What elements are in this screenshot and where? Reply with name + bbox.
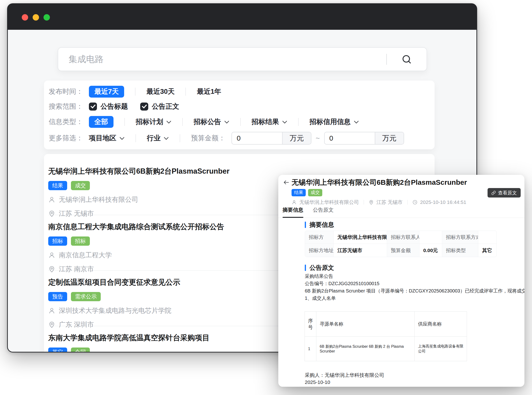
- scope-body-checkbox-item[interactable]: 公告正文: [140, 102, 179, 111]
- section-accent-bar: [305, 265, 306, 271]
- status-badge: 预告: [48, 292, 67, 301]
- tab-original[interactable]: 公告原文: [313, 207, 334, 218]
- summary-section-heading: 摘要信息: [305, 221, 334, 229]
- detail-title: 无锡华润上华科技有限公司6B新购2台PlasmaScrunber: [291, 178, 481, 187]
- announcement-line: 6B 新购2台Plasma Scrunber 项目（寻源单编号：DZCGXY20…: [305, 287, 521, 295]
- filter-publish-time-30days[interactable]: 最近30天: [146, 87, 174, 96]
- zoom-button[interactable]: [44, 14, 50, 21]
- chevron-down-icon: [354, 121, 359, 124]
- status-badge: 结果: [48, 181, 67, 190]
- filter-row-more: 更多筛选： 项目地区 行业 预算金额： 万元 ~: [49, 132, 430, 145]
- map-pin-icon: [48, 321, 55, 328]
- divider: [298, 118, 299, 126]
- status-badge: 招标: [48, 236, 67, 246]
- buyer-line: 采购人：无锡华润上华科技有限公司: [305, 372, 384, 379]
- original-section-heading: 公告原文: [305, 264, 334, 272]
- supplier-table: 序号 寻源单名称 供应商名称 1 6B 新购2台Plasma Scrunber …: [305, 311, 467, 361]
- result-location: 广东 深圳市: [59, 320, 94, 329]
- divider: [124, 118, 125, 126]
- divider: [135, 134, 136, 142]
- column-header: 供应商名称: [415, 312, 467, 337]
- result-location: 江苏 南京市: [59, 265, 94, 274]
- view-original-label: 查看原文: [498, 190, 517, 196]
- divider: [135, 88, 135, 96]
- search-scope-label: 搜索范围：: [49, 102, 89, 111]
- summary-label: 预算金额: [387, 244, 420, 257]
- person-icon: [48, 196, 55, 203]
- back-button[interactable]: [283, 179, 290, 187]
- column-header: 寻源单名称: [316, 312, 415, 337]
- date-line: 2025-10-10: [305, 379, 330, 385]
- filter-panel: 发布时间： 最近7天 最近30天 最近1年 搜索范围： 公告标题 公告正文: [44, 81, 435, 149]
- summary-table: 招标方 无锡华润上华科技有限公司 招标方联系人 招标方联系方式 招标方地址 江苏…: [305, 230, 497, 257]
- table-row: 1 6B 新购2台Plasma Scrunber 6B 新购 2 台 Plasm…: [305, 337, 467, 361]
- info-type-announcement-dropdown[interactable]: 招标公告: [194, 117, 229, 127]
- scope-title-checkbox-item[interactable]: 公告标题: [89, 102, 128, 111]
- filter-row-publish-time: 发布时间： 最近7天 最近30天 最近1年: [49, 86, 430, 98]
- detail-panel: 无锡华润上华科技有限公司6B新购2台PlasmaScrunber 结果 成交 查…: [278, 175, 524, 387]
- budget-min-input[interactable]: [232, 132, 282, 144]
- filter-row-info-type: 信息类型： 全部 招标计划 招标公告 招标结果: [49, 115, 430, 128]
- announcement-line: 公告编号：DZCJGG202510100015: [305, 280, 521, 287]
- search-button[interactable]: [387, 54, 426, 65]
- table-header-row: 序号 寻源单名称 供应商名称: [305, 312, 467, 337]
- search-input[interactable]: [58, 48, 386, 71]
- summary-label: 招标方: [305, 231, 334, 244]
- budget-min-unit: 万元: [282, 132, 311, 144]
- close-button[interactable]: [22, 14, 28, 21]
- info-type-result-dropdown[interactable]: 招标结果: [252, 117, 287, 127]
- summary-value: [420, 231, 442, 244]
- detail-tags: 结果 成交: [291, 189, 322, 196]
- checkbox-checked-icon[interactable]: [89, 103, 97, 110]
- info-type-all[interactable]: 全部: [89, 116, 113, 128]
- scope-body-label: 公告正文: [152, 102, 179, 111]
- status-badge: 成交: [308, 189, 322, 196]
- arrow-left-icon: [283, 179, 290, 186]
- summary-label: 招标方联系方式: [442, 231, 478, 244]
- industry-dropdown[interactable]: 行业: [147, 133, 169, 143]
- person-icon: [48, 307, 55, 314]
- result-location: 江苏 无锡市: [59, 209, 94, 218]
- budget-range-separator: ~: [316, 134, 320, 142]
- more-filters-label: 更多筛选：: [49, 133, 89, 143]
- status-badge: 招标: [71, 236, 90, 246]
- chevron-down-icon: [164, 137, 169, 140]
- divider: [182, 118, 183, 126]
- detail-tab-bar: 摘要信息 公告原文: [278, 203, 524, 218]
- info-type-label: 信息类型：: [49, 117, 89, 127]
- filter-publish-time-7days[interactable]: 最近7天: [89, 86, 124, 98]
- divider: [180, 134, 180, 142]
- window-titlebar[interactable]: [7, 3, 477, 30]
- chevron-down-icon: [166, 121, 171, 124]
- chevron-down-icon: [282, 121, 287, 124]
- checkbox-checked-icon[interactable]: [140, 103, 148, 110]
- info-type-plan-dropdown[interactable]: 招标计划: [136, 117, 171, 127]
- link-icon: [491, 191, 496, 195]
- budget-min-group: 万元: [231, 132, 311, 145]
- tab-summary[interactable]: 摘要信息: [283, 207, 303, 218]
- announcement-line: 采购结果公告: [305, 273, 521, 280]
- summary-value: 无锡华润上华科技有限公司: [334, 231, 387, 244]
- summary-label: 招标类型: [442, 244, 478, 257]
- status-badge: 结果: [291, 189, 306, 196]
- region-dropdown[interactable]: 项目地区: [89, 133, 125, 143]
- status-badge: 成交: [71, 181, 90, 190]
- window-controls: [22, 14, 50, 21]
- summary-label: 招标方联系人: [387, 231, 420, 244]
- map-pin-icon: [48, 266, 55, 273]
- scope-title-label: 公告标题: [101, 102, 128, 111]
- status-badge: 需求公示: [71, 292, 101, 301]
- status-badge: 其它: [48, 347, 67, 352]
- announcement-body: 采购结果公告 公告编号：DZCJGG202510100015 6B 新购2台Pl…: [305, 273, 521, 302]
- summary-value: [478, 231, 497, 244]
- chevron-down-icon: [119, 137, 125, 140]
- info-type-credit-dropdown[interactable]: 招标信用信息: [309, 117, 359, 127]
- column-header: 序号: [305, 312, 316, 337]
- view-original-button[interactable]: 查看原文: [487, 188, 521, 198]
- filter-publish-time-1year[interactable]: 最近1年: [197, 87, 221, 96]
- summary-value: 江苏无锡市: [334, 244, 387, 257]
- budget-max-input[interactable]: [325, 132, 375, 144]
- minimize-button[interactable]: [33, 14, 39, 21]
- search-icon: [402, 54, 412, 65]
- summary-value: 0.00元: [420, 244, 442, 257]
